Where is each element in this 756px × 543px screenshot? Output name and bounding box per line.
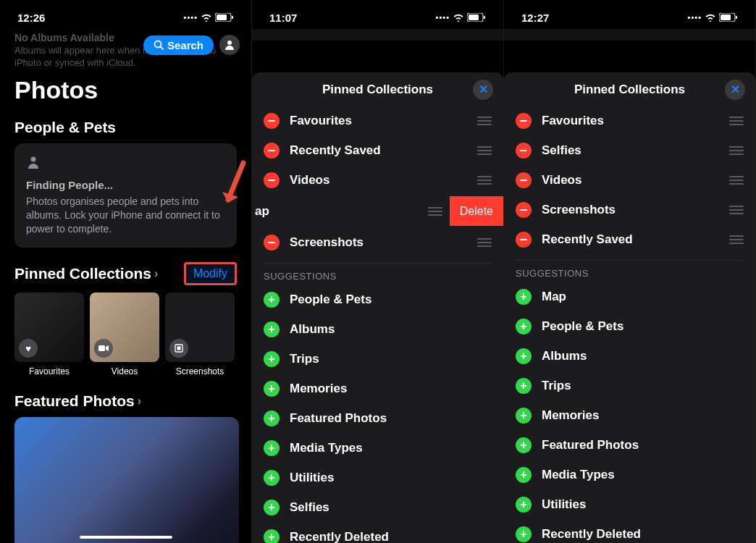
remove-button[interactable]	[264, 143, 280, 159]
home-indicator[interactable]	[80, 536, 172, 539]
photos-main-panel: 12:26 •••• No Albums Available Albums wi…	[0, 0, 252, 543]
suggestion-row[interactable]: + Map	[504, 282, 755, 311]
add-button[interactable]: +	[516, 526, 532, 542]
featured-photo-hero[interactable]	[14, 417, 239, 543]
pinned-row[interactable]: Favourites	[252, 106, 503, 135]
close-button[interactable]: ✕	[725, 80, 745, 100]
add-button[interactable]: +	[264, 440, 280, 456]
swiped-row-map[interactable]: ap Delete	[252, 196, 503, 226]
grip-icon[interactable]	[477, 117, 492, 125]
thumb-screenshots[interactable]: Screenshots	[165, 292, 235, 376]
pinned-row[interactable]: Recently Saved	[252, 135, 503, 165]
grip-icon[interactable]	[729, 117, 744, 125]
wifi-icon	[201, 12, 212, 24]
pinned-row[interactable]: Recently Saved	[504, 224, 755, 254]
remove-button[interactable]	[516, 202, 532, 218]
wifi-icon	[453, 12, 464, 24]
suggestion-row[interactable]: + Trips	[252, 344, 503, 374]
grip-icon[interactable]	[477, 146, 492, 155]
add-button[interactable]: +	[516, 408, 532, 424]
thumb-label: Screenshots	[176, 366, 224, 376]
video-icon	[94, 339, 113, 358]
suggestion-row[interactable]: + Trips	[504, 371, 755, 400]
close-button[interactable]: ✕	[473, 80, 493, 100]
suggestion-row[interactable]: + People & Pets	[504, 311, 755, 341]
grip-icon[interactable]	[428, 207, 442, 216]
add-button[interactable]: +	[516, 437, 532, 453]
grip-icon[interactable]	[729, 206, 744, 214]
add-button[interactable]: +	[264, 411, 280, 426]
pinned-collections-title[interactable]: Pinned Collections ›	[14, 265, 158, 282]
suggestion-row[interactable]: + Memories	[504, 400, 755, 430]
pinned-row[interactable]: Screenshots	[504, 195, 755, 224]
signal-dots-icon: ••••	[436, 13, 450, 22]
remove-button[interactable]	[264, 235, 280, 251]
suggestion-row[interactable]: + Utilities	[252, 463, 503, 492]
add-button[interactable]: +	[516, 319, 532, 334]
remove-button[interactable]	[516, 232, 532, 248]
screenshot-icon	[169, 339, 188, 358]
grip-icon[interactable]	[477, 176, 492, 185]
search-button[interactable]: Search	[143, 35, 214, 55]
pinned-row[interactable]: Videos	[252, 165, 503, 195]
add-button[interactable]: +	[516, 467, 532, 483]
svg-line-4	[160, 47, 163, 50]
featured-photos-title[interactable]: Featured Photos ›	[0, 376, 251, 417]
pinned-row[interactable]: Favourites	[504, 106, 755, 135]
add-button[interactable]: +	[264, 351, 280, 367]
suggestion-row[interactable]: + Selfies	[252, 492, 503, 522]
add-button[interactable]: +	[516, 289, 532, 305]
pinned-row[interactable]: Videos	[504, 165, 755, 195]
svg-rect-7	[98, 345, 105, 351]
thumb-videos[interactable]: Videos	[90, 292, 159, 376]
modify-button[interactable]: Modify	[184, 262, 237, 285]
pinned-row[interactable]: Screenshots	[252, 227, 503, 257]
add-button[interactable]: +	[516, 497, 532, 513]
add-button[interactable]: +	[516, 348, 532, 364]
remove-button[interactable]	[516, 172, 532, 188]
svg-point-6	[31, 157, 36, 162]
add-button[interactable]: +	[264, 381, 280, 397]
grip-icon[interactable]	[729, 235, 744, 244]
chevron-right-icon: ›	[154, 267, 158, 280]
row-label: Featured Photos	[290, 411, 492, 426]
suggestion-row[interactable]: + Recently Deleted	[504, 519, 755, 543]
suggestion-row[interactable]: + Media Types	[252, 433, 503, 463]
remove-button[interactable]	[516, 113, 532, 129]
suggestion-row[interactable]: + Memories	[252, 374, 503, 403]
suggestion-row[interactable]: + Media Types	[504, 460, 755, 489]
svg-rect-1	[217, 14, 227, 20]
row-label: Utilities	[290, 471, 492, 485]
finding-title: Finding People...	[26, 178, 225, 192]
grip-icon[interactable]	[729, 146, 744, 155]
pinned-row[interactable]: Selfies	[504, 135, 755, 165]
grip-icon[interactable]	[477, 238, 492, 247]
remove-button[interactable]	[264, 172, 280, 188]
add-button[interactable]: +	[264, 529, 280, 544]
grip-icon[interactable]	[729, 176, 744, 185]
suggestion-row[interactable]: + Utilities	[504, 489, 755, 519]
add-button[interactable]: +	[516, 378, 532, 394]
remove-button[interactable]	[264, 113, 280, 129]
add-button[interactable]: +	[264, 292, 280, 308]
divider	[516, 260, 744, 261]
suggestion-row[interactable]: + Albums	[252, 314, 503, 344]
thumb-favourites[interactable]: ♥ Favourites	[14, 292, 84, 376]
add-button[interactable]: +	[264, 500, 280, 515]
row-label: Trips	[542, 379, 744, 393]
add-button[interactable]: +	[264, 470, 280, 486]
featured-label: Featured Photos	[14, 392, 135, 410]
suggestions-header: SUGGESTIONS	[252, 266, 503, 283]
remove-button[interactable]	[516, 143, 532, 159]
svg-rect-14	[721, 14, 731, 20]
suggestion-row[interactable]: + Recently Deleted	[252, 522, 503, 543]
add-button[interactable]: +	[264, 321, 280, 337]
suggestion-row[interactable]: + Albums	[504, 341, 755, 371]
suggestion-row[interactable]: + Featured Photos	[504, 430, 755, 460]
status-bar: 12:27 ••••	[504, 0, 755, 32]
suggestion-row[interactable]: + People & Pets	[252, 285, 503, 314]
delete-button[interactable]: Delete	[450, 196, 503, 226]
profile-button[interactable]	[219, 35, 240, 55]
row-label: Map	[542, 290, 744, 304]
suggestion-row[interactable]: + Featured Photos	[252, 403, 503, 433]
